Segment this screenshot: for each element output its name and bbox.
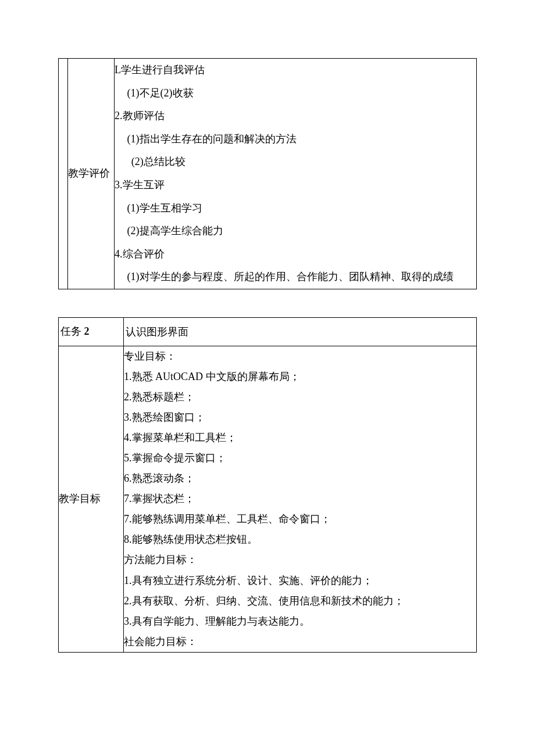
task-number: 2 (84, 325, 90, 337)
table-row: 教学目标 专业目标： 1.熟悉 AUtOCAD 中文版的屏幕布局； 2.熟悉标题… (59, 346, 477, 652)
line: 4.综合评价 (115, 243, 476, 266)
table-row: 教学评价 L学生进行自我评估 (1)不足(2)收获 2.教师评估 (1)指出学生… (59, 59, 477, 289)
line: (2)总结比较 (115, 151, 476, 174)
line: 2.熟悉标题栏； (124, 387, 476, 407)
cell-row-label: 教学评价 (68, 59, 115, 289)
line: (2)提高学生综合能力 (115, 220, 476, 243)
line: 方法能力目标： (124, 550, 476, 570)
line: 1.熟悉 AUtOCAD 中文版的屏幕布局； (124, 367, 476, 387)
line: 8.能够熟练使用状态栏按钮。 (124, 529, 476, 550)
line: (1)指出学生存在的问题和解决的方法 (115, 128, 476, 151)
table-task-2: 任务 2 认识图形界面 教学目标 专业目标： 1.熟悉 AUtOCAD 中文版的… (58, 317, 477, 653)
line: 7.能够熟练调用菜单栏、工具栏、命令窗口； (124, 509, 476, 529)
evaluation-lines: L学生进行自我评估 (1)不足(2)收获 2.教师评估 (1)指出学生存在的问题… (115, 59, 476, 289)
cell-empty-left (59, 59, 68, 289)
line: (1)不足(2)收获 (115, 82, 476, 105)
line: 1.具有独立进行系统分析、设计、实施、评价的能力； (124, 571, 476, 591)
line: 专业目标： (124, 346, 476, 367)
cell-task-label: 任务 2 (59, 317, 124, 346)
cell-goals-label: 教学目标 (59, 346, 124, 652)
line: 4.掌握菜单栏和工具栏； (124, 428, 476, 448)
table-row: 任务 2 认识图形界面 (59, 317, 477, 346)
table-evaluation: 教学评价 L学生进行自我评估 (1)不足(2)收获 2.教师评估 (1)指出学生… (58, 58, 477, 289)
line: (1)学生互相学习 (115, 197, 476, 220)
line: 7.掌握状态栏； (124, 489, 476, 509)
line: (1)对学生的参与程度、所起的作用、合作能力、团队精神、取得的成绩 (115, 266, 476, 289)
table-gap (58, 289, 477, 317)
goals-lines: 专业目标： 1.熟悉 AUtOCAD 中文版的屏幕布局； 2.熟悉标题栏； 3.… (124, 346, 476, 652)
line: 2.具有获取、分析、归纳、交流、使用信息和新技术的能力； (124, 591, 476, 611)
line: 2.教师评估 (115, 105, 476, 128)
line: 社会能力目标： (124, 632, 476, 652)
line: 5.掌握命令提示窗口； (124, 448, 476, 468)
line: 3.学生互评 (115, 174, 476, 197)
line: 3.具有自学能力、理解能力与表达能力。 (124, 611, 476, 632)
cell-task-title: 认识图形界面 (124, 317, 477, 346)
cell-evaluation-content: L学生进行自我评估 (1)不足(2)收获 2.教师评估 (1)指出学生存在的问题… (115, 59, 477, 289)
task-label-prefix: 任务 (60, 325, 81, 337)
cell-goals-content: 专业目标： 1.熟悉 AUtOCAD 中文版的屏幕布局； 2.熟悉标题栏； 3.… (124, 346, 477, 652)
line: 6.熟悉滚动条； (124, 468, 476, 489)
line: L学生进行自我评估 (115, 59, 476, 82)
line: 3.熟悉绘图窗口； (124, 407, 476, 428)
